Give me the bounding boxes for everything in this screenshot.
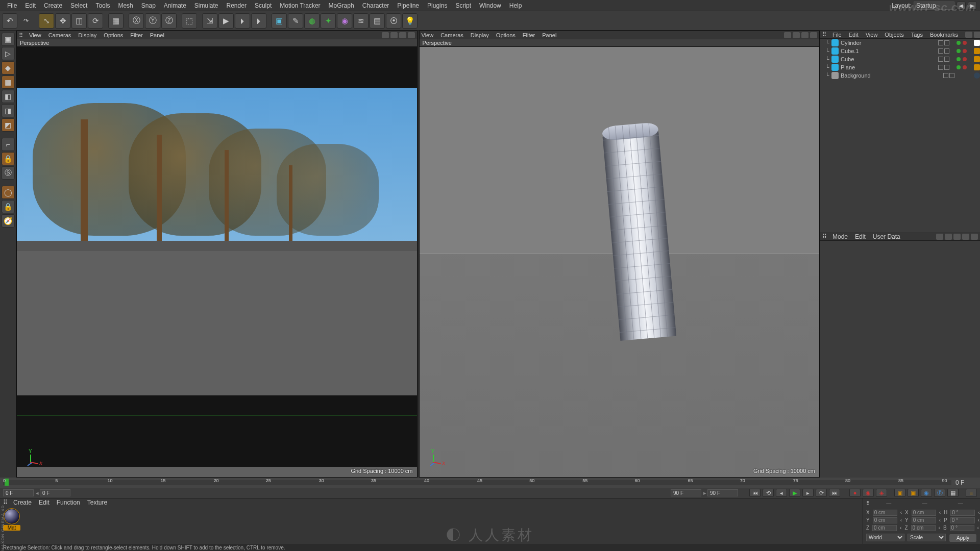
last-tool[interactable]: ▦ <box>108 13 124 29</box>
vp2-menu-options[interactable]: Options <box>496 32 516 38</box>
attribute-manager[interactable] <box>820 241 980 478</box>
vp2-menu-display[interactable]: Display <box>471 32 489 38</box>
attr-lock-icon[interactable] <box>953 234 961 240</box>
select-mode-button[interactable]: ◯ <box>2 186 15 199</box>
mat-menu-create[interactable]: Create <box>13 499 32 506</box>
menu-help[interactable]: Help <box>505 0 526 11</box>
compass-icon[interactable]: 🧭 <box>2 214 15 228</box>
vp-nav-orbit-icon[interactable] <box>382 32 389 38</box>
texture-mode-button[interactable]: ◆ <box>2 61 15 74</box>
key-param-button[interactable]: Ⓟ <box>934 489 945 497</box>
attr-close-icon[interactable] <box>971 234 978 240</box>
step-fwd-button[interactable]: ⟳ <box>816 489 827 497</box>
add-cube-button[interactable]: ▣ <box>272 13 287 29</box>
vp-nav-pan-icon[interactable] <box>390 32 398 38</box>
render-settings-button[interactable]: ⏵ <box>235 13 250 29</box>
render-view-button[interactable]: ⇲ <box>202 13 217 29</box>
step-back-button[interactable]: ⟲ <box>763 489 774 497</box>
add-camera-button[interactable]: ≋ <box>353 13 369 29</box>
add-generator-button[interactable]: ◍ <box>304 13 320 29</box>
key-pos-button[interactable]: ▣ <box>894 489 905 497</box>
rotate-tool[interactable]: ⟳ <box>88 13 103 29</box>
tag-icon[interactable] <box>974 56 980 62</box>
mat-menu-texture[interactable]: Texture <box>87 499 107 506</box>
point-mode-button[interactable]: ◧ <box>2 90 15 103</box>
om-row-cylinder[interactable]: └ Cylinder <box>820 39 980 47</box>
menu-script[interactable]: Script <box>451 0 475 11</box>
add-light-button[interactable]: ▤ <box>370 13 385 29</box>
coord-pos-x-input[interactable] <box>873 510 897 516</box>
vp-menu-filter[interactable]: Filter <box>130 32 142 38</box>
select-tool[interactable]: ⤡ <box>39 13 54 29</box>
menu-mograph[interactable]: MoGraph <box>325 0 358 11</box>
scale-tool[interactable]: ◫ <box>71 13 87 29</box>
coord-rot-p-input[interactable] <box>950 517 975 523</box>
vp2-menu-view[interactable]: View <box>422 32 434 38</box>
current-frame-input[interactable] <box>40 489 70 496</box>
menu-tools[interactable]: Tools <box>91 0 114 11</box>
start-frame-input[interactable] <box>3 489 34 496</box>
light-button[interactable]: 💡 <box>402 13 418 29</box>
attr-nav-prev-icon[interactable] <box>936 234 943 240</box>
layout-prev-icon[interactable]: ◂ <box>957 2 966 10</box>
om-menu-bookmarks[interactable]: Bookmarks <box>930 32 958 38</box>
coord-size-z-input[interactable] <box>911 525 936 531</box>
add-spline-button[interactable]: ✎ <box>288 13 303 29</box>
tag-icon[interactable] <box>974 40 980 46</box>
menu-create[interactable]: Create <box>40 0 66 11</box>
key-scale-button[interactable]: ▣ <box>908 489 919 497</box>
attr-menu-mode[interactable]: Mode <box>832 233 848 240</box>
move-tool[interactable]: ✥ <box>55 13 70 29</box>
om-row-cube1[interactable]: └ Cube.1 <box>820 47 980 55</box>
vp2-menu-cameras[interactable]: Cameras <box>440 32 463 38</box>
polygon-mode-button[interactable]: ◩ <box>2 118 15 132</box>
apply-button[interactable]: Apply <box>949 534 977 542</box>
om-row-cube[interactable]: └ Cube <box>820 55 980 63</box>
add-scene-button[interactable]: ⦿ <box>386 13 401 29</box>
attr-nav-up-icon[interactable] <box>945 234 952 240</box>
prev-frame-button[interactable]: ◂ <box>776 489 787 497</box>
attr-menu-userdata[interactable]: User Data <box>873 233 900 240</box>
redo-icon[interactable]: ↷ <box>18 13 34 29</box>
object-name[interactable]: Cylinder <box>841 40 936 46</box>
workplane-mode-button[interactable]: ▦ <box>2 76 15 89</box>
menu-mesh[interactable]: Mesh <box>114 0 137 11</box>
render-region-button[interactable]: ⏵ <box>251 13 266 29</box>
coord-scale-select[interactable]: Scale <box>908 534 946 541</box>
vp-nav-frame-icon[interactable] <box>408 32 415 38</box>
om-search-icon[interactable] <box>965 32 972 38</box>
record-button[interactable]: ● <box>849 489 861 497</box>
object-manager[interactable]: └ Cylinder └ Cube.1 └ <box>820 39 980 233</box>
om-grip-icon[interactable]: ⠿ <box>822 31 825 38</box>
menu-snap[interactable]: Snap <box>137 0 160 11</box>
vp2-nav-zoom-icon[interactable] <box>801 32 808 38</box>
om-menu-view[interactable]: View <box>866 32 878 38</box>
menu-sculpt[interactable]: Sculpt <box>251 0 276 11</box>
attr-more-icon[interactable] <box>962 234 969 240</box>
vp-menu-panel[interactable]: Panel <box>150 32 164 38</box>
om-menu-edit[interactable]: Edit <box>849 32 859 38</box>
layout-dropdown[interactable]: Startup <box>914 2 954 10</box>
timeline-menu-button[interactable]: ≡ <box>966 489 977 497</box>
material-tag-icon[interactable] <box>974 72 980 79</box>
make-editable-button[interactable]: ▣ <box>2 33 15 46</box>
coord-pos-y-input[interactable] <box>873 517 897 523</box>
viewport-left-canvas[interactable]: Grid Spacing : 10000 cm <box>17 47 417 477</box>
menu-character[interactable]: Character <box>358 0 394 11</box>
menu-window[interactable]: Window <box>475 0 505 11</box>
play-button[interactable]: ▶ <box>789 489 800 497</box>
grip-icon[interactable]: ⠿ <box>19 32 22 39</box>
material-chip[interactable]: Mat <box>3 509 20 542</box>
coord-size-x-input[interactable] <box>912 510 936 516</box>
add-deformer-button[interactable]: ✦ <box>321 13 336 29</box>
axis-z-button[interactable]: Ⓩ <box>161 13 177 29</box>
render-pv-button[interactable]: ▶ <box>218 13 234 29</box>
keyframe-button[interactable]: ◈ <box>876 489 887 497</box>
menu-animate[interactable]: Animate <box>160 0 190 11</box>
undo-button[interactable]: ↶ <box>2 13 17 29</box>
vp-menu-view[interactable]: View <box>29 32 41 38</box>
vp-menu-cameras[interactable]: Cameras <box>48 32 71 38</box>
coord-grip-icon[interactable]: ⠿ <box>866 500 869 508</box>
vp2-menu-filter[interactable]: Filter <box>523 32 535 38</box>
object-name[interactable]: Cube.1 <box>841 48 936 54</box>
